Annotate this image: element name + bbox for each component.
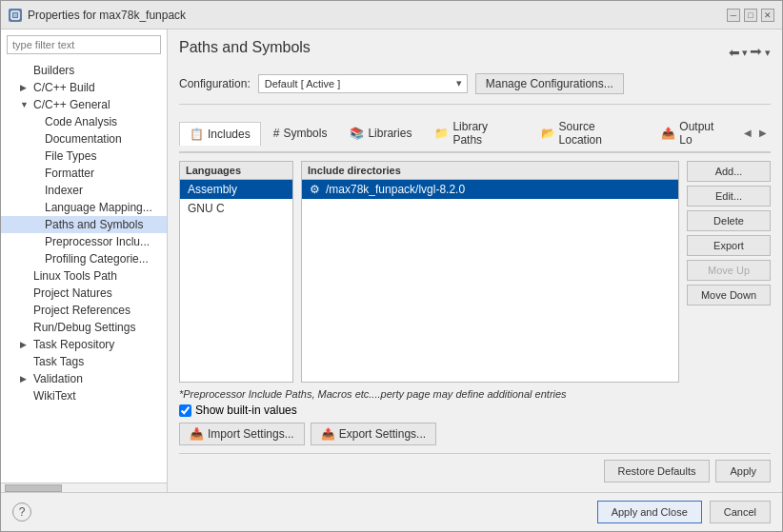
nav-dropdown2-icon[interactable]: ▾ [765,47,771,59]
tree-arrow: ▶ [20,83,30,92]
sidebar-item-task-repository[interactable]: ▶Task Repository [1,336,167,353]
bottom-bar: Restore Defaults Apply [179,453,771,484]
sidebar-item-builders[interactable]: Builders [1,62,167,79]
export-icon: 📤 [321,427,335,441]
minimize-button[interactable]: ─ [727,9,740,22]
config-dropdown-wrap: Default [ Active ] [258,74,468,93]
tab-scroll-left-icon[interactable]: ◀ [740,123,755,143]
language-item-assembly[interactable]: Assembly [180,180,292,199]
languages-list: Assembly GNU C [180,180,292,382]
tab-symbols[interactable]: # Symbols [263,121,338,145]
show-builtin-row: Show built-in values [179,404,771,417]
tab-scroll-right-icon[interactable]: ▶ [755,123,771,143]
close-button[interactable]: ✕ [761,9,774,22]
apply-button[interactable]: Apply [715,460,771,483]
dir-path: /max78k_funpack/lvgl-8.2.0 [326,183,465,196]
add-button[interactable]: Add... [687,161,771,182]
config-dropdown[interactable]: Default [ Active ] [258,74,468,93]
right-panel: Paths and Symbols ⬅ ▾ ⮕ ▾ Configuration:… [168,30,782,492]
tab-symbols-icon: # [273,127,280,140]
sidebar-item-run-debug[interactable]: Run/Debug Settings [1,319,167,336]
title-bar-left: Properties for max78k_funpack [9,9,186,22]
show-builtin-checkbox[interactable] [179,404,191,417]
config-row: Configuration: Default [ Active ] Manage… [179,73,771,105]
manage-configurations-button[interactable]: Manage Configurations... [475,73,624,94]
note-text: *Preprocessor Include Paths, Macros etc.… [179,388,771,400]
tab-libraries-label: Libraries [368,127,412,140]
tab-output-loc-icon: 📤 [661,127,675,140]
window-icon [9,9,22,22]
tab-output-loc-label: Output Lo [679,120,728,147]
restore-defaults-button[interactable]: Restore Defaults [604,460,711,483]
nav-back-icon[interactable]: ⬅ [729,45,740,60]
config-label: Configuration: [179,77,251,90]
tab-source-location-label: Source Location [559,120,639,147]
panel-title: Paths and Symbols [179,39,311,56]
tab-library-paths-label: Library Paths [452,120,517,147]
maximize-button[interactable]: □ [744,9,757,22]
footer-bar: ? Apply and Close Cancel [1,492,782,531]
tab-libraries-icon: 📚 [350,127,364,140]
sidebar-tree: Builders ▶C/C++ Build ▼C/C++ General Cod… [1,60,167,483]
import-settings-button[interactable]: 📥 Import Settings... [179,423,305,445]
sidebar-item-linux-tools[interactable]: Linux Tools Path [1,267,167,285]
sidebar-item-code-analysis[interactable]: Code Analysis [1,113,167,130]
sidebar-item-indexer[interactable]: Indexer [1,182,167,199]
sidebar-item-paths-and-symbols[interactable]: Paths and Symbols [1,216,167,233]
sidebar-item-task-tags[interactable]: Task Tags [1,353,167,370]
sidebar-item-preprocessor-incl[interactable]: Preprocessor Inclu... [1,233,167,250]
language-item-gnu-c[interactable]: GNU C [180,199,292,218]
sidebar-item-project-references[interactable]: Project References [1,302,167,319]
move-down-button[interactable]: Move Down [687,285,771,305]
nav-dropdown-icon[interactable]: ▾ [742,47,748,59]
sidebar-item-wikitext[interactable]: WikiText [1,387,167,404]
dir-icon: ⚙ [310,183,320,196]
main-window: Properties for max78k_funpack ─ □ ✕ Buil… [0,0,783,532]
sidebar: Builders ▶C/C++ Build ▼C/C++ General Cod… [1,30,168,492]
sidebar-item-validation[interactable]: ▶Validation [1,370,167,387]
sidebar-item-formatter[interactable]: Formatter [1,165,167,182]
tab-libraries[interactable]: 📚 Libraries [339,121,422,145]
sidebar-item-cpp-build[interactable]: ▶C/C++ Build [1,79,167,96]
nav-forward-icon[interactable]: ⮕ [750,45,763,60]
move-up-button[interactable]: Move Up [687,260,771,281]
tab-source-location[interactable]: 📂 Source Location [531,114,650,151]
export-dir-button[interactable]: Export [687,235,771,256]
tab-source-location-icon: 📂 [541,127,555,140]
sidebar-item-language-mapping[interactable]: Language Mapping... [1,199,167,216]
cancel-button[interactable]: Cancel [710,501,771,523]
dirs-header: Include directories [302,162,678,180]
languages-panel: Languages Assembly GNU C [179,161,293,383]
dir-item-1[interactable]: ⚙ /max78k_funpack/lvgl-8.2.0 [302,180,678,199]
tab-includes-icon: 📋 [190,128,204,141]
dirs-list: ⚙ /max78k_funpack/lvgl-8.2.0 [302,180,678,382]
languages-header: Languages [180,162,292,180]
action-buttons: Add... Edit... Delete Export Move Up Mov… [687,161,771,383]
tab-output-loc[interactable]: 📤 Output Lo [651,114,738,151]
tab-includes[interactable]: 📋 Includes [179,122,261,146]
export-settings-button[interactable]: 📤 Export Settings... [311,423,436,445]
sidebar-item-cpp-general[interactable]: ▼C/C++ General [1,96,167,113]
help-icon[interactable]: ? [12,502,31,522]
svg-rect-0 [11,11,19,19]
footer-right: Apply and Close Cancel [597,501,771,523]
edit-button[interactable]: Edit... [687,186,771,207]
tree-arrow: ▶ [20,340,30,349]
tab-library-paths[interactable]: 📁 Library Paths [424,114,528,151]
import-icon: 📥 [190,427,204,441]
sidebar-item-documentation[interactable]: Documentation [1,130,167,148]
sidebar-item-project-natures[interactable]: Project Natures [1,285,167,302]
settings-buttons: 📥 Import Settings... 📤 Export Settings..… [179,423,771,445]
export-label: Export Settings... [339,427,426,441]
scrollbar-thumb[interactable] [5,484,62,492]
import-label: Import Settings... [208,427,294,441]
sidebar-scrollbar[interactable] [1,483,167,492]
apply-and-close-button[interactable]: Apply and Close [597,501,702,523]
window-title: Properties for max78k_funpack [28,9,186,22]
delete-button[interactable]: Delete [687,210,771,231]
table-area: Languages Assembly GNU C Include directo… [179,161,771,383]
sidebar-item-profiling-cat[interactable]: Profiling Categorie... [1,250,167,267]
tree-arrow: ▶ [20,374,30,384]
sidebar-item-file-types[interactable]: File Types [1,148,167,165]
search-input[interactable] [7,35,161,54]
